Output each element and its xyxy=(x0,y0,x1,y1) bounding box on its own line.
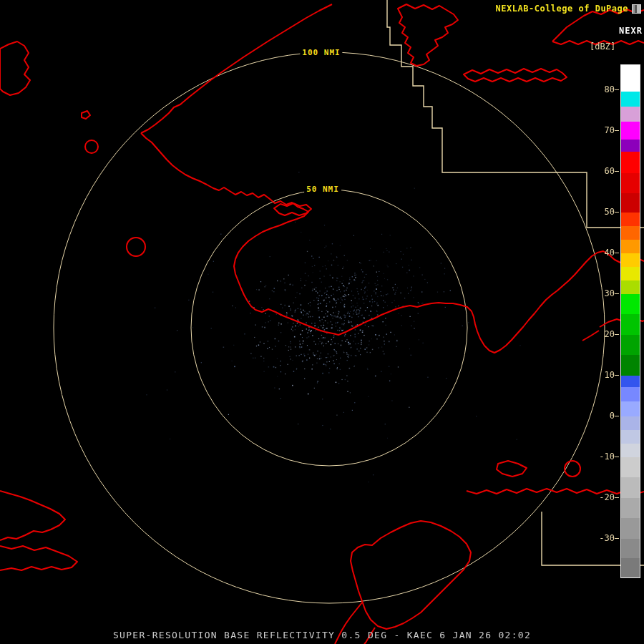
colorbar-tick-mark xyxy=(615,171,619,172)
colorbar-segment xyxy=(621,253,640,267)
lake-outline xyxy=(85,140,98,153)
college-logo-icon xyxy=(632,4,641,14)
reflectivity-colorbar xyxy=(620,64,640,578)
colorbar-tick-mark xyxy=(615,416,619,416)
colorbar-segment xyxy=(621,107,640,122)
shoreline-outline xyxy=(274,203,311,215)
shoreline-outline xyxy=(467,489,644,494)
colorbar-tick-mark xyxy=(615,212,619,213)
colorbar-segment xyxy=(621,213,640,226)
shoreline-outline xyxy=(82,111,90,119)
radar-display: 100 NMI 50 NMI NEXLAB-College of DuPage … xyxy=(0,0,644,644)
colorbar-tick-mark xyxy=(615,334,619,335)
colorbar-segment xyxy=(621,193,640,213)
header: NEXLAB-College of DuPage xyxy=(496,4,641,14)
county-boundary-line xyxy=(387,0,644,228)
colorbar-segment xyxy=(621,401,640,416)
colorbar-segment xyxy=(621,335,640,355)
colorbar-segment xyxy=(621,173,640,193)
colorbar-tick-mark xyxy=(615,130,619,131)
shoreline-outline xyxy=(464,69,567,82)
colorbar-segment xyxy=(621,92,640,107)
colorbar-tick-label: 0 xyxy=(585,411,615,421)
shoreline-outline xyxy=(497,461,527,477)
colorbar-tick-mark xyxy=(615,293,619,294)
shoreline-outline xyxy=(351,521,471,629)
shoreline-outline xyxy=(0,42,30,95)
colorbar-tick-label: 20 xyxy=(585,329,615,339)
colorbar-tick-mark xyxy=(615,89,619,90)
colorbar-tick-label: -30 xyxy=(585,533,615,543)
colorbar-segment xyxy=(621,558,640,577)
lake-outline xyxy=(565,461,580,477)
colorbar-segment xyxy=(621,539,640,558)
colorbar-segment xyxy=(621,444,640,457)
colorbar-segment xyxy=(621,430,640,444)
colorbar-segment xyxy=(621,280,640,294)
colorbar-segment xyxy=(621,376,640,387)
range-ring xyxy=(191,190,467,466)
colorbar-tick-label: 30 xyxy=(585,288,615,298)
colorbar-tick-label: 60 xyxy=(585,166,615,176)
colorbar-segment xyxy=(621,65,640,92)
colorbar-segment xyxy=(621,387,640,401)
range-ring-label-50nmi: 50 NMI xyxy=(304,185,341,194)
colorbar-tick-label: -10 xyxy=(585,452,615,462)
shoreline-outline xyxy=(141,133,644,353)
colorbar-segment xyxy=(621,314,640,335)
colorbar-segment xyxy=(621,416,640,430)
colorbar-tick-label: -20 xyxy=(585,492,615,502)
colorbar-segment xyxy=(621,355,640,376)
colorbar-segment xyxy=(621,140,640,152)
lake-outline xyxy=(127,238,145,256)
dbz-unit-label: [dBZ] xyxy=(590,42,615,52)
colorbar-segment xyxy=(621,457,640,477)
colorbar-tick-mark xyxy=(615,457,619,457)
colorbar-tick-label: 80 xyxy=(585,84,615,94)
colorbar-segment xyxy=(621,498,640,518)
colorbar-segment xyxy=(621,240,640,253)
map-overlay xyxy=(0,0,644,644)
colorbar-tick-label: 50 xyxy=(585,207,615,217)
colorbar-tick-label: 10 xyxy=(585,370,615,380)
colorbar-tick-label: 40 xyxy=(585,248,615,258)
colorbar-segment xyxy=(621,294,640,314)
colorbar-tick-label: 70 xyxy=(585,125,615,135)
shoreline-outline xyxy=(0,491,65,540)
product-caption: SUPER-RESOLUTION BASE REFLECTIVITY 0.5 D… xyxy=(0,630,644,640)
colorbar-segment xyxy=(621,518,640,539)
colorbar-tick-mark xyxy=(615,375,619,376)
colorbar-tick-mark xyxy=(615,253,619,253)
colorbar-segment xyxy=(621,226,640,240)
colorbar-segment xyxy=(621,152,640,173)
shoreline-outline xyxy=(398,4,458,66)
shoreline-outline xyxy=(0,546,77,570)
product-label: NEXR xyxy=(619,26,643,36)
colorbar-segment xyxy=(621,267,640,280)
colorbar-segments xyxy=(621,65,640,577)
colorbar-segment xyxy=(621,122,640,140)
site-title: NEXLAB-College of DuPage xyxy=(496,4,628,14)
colorbar-tick-mark xyxy=(615,497,619,498)
range-ring-label-100nmi: 100 NMI xyxy=(300,48,342,57)
shoreline-outline xyxy=(141,4,332,133)
colorbar-segment xyxy=(621,477,640,498)
colorbar-tick-mark xyxy=(615,538,619,539)
